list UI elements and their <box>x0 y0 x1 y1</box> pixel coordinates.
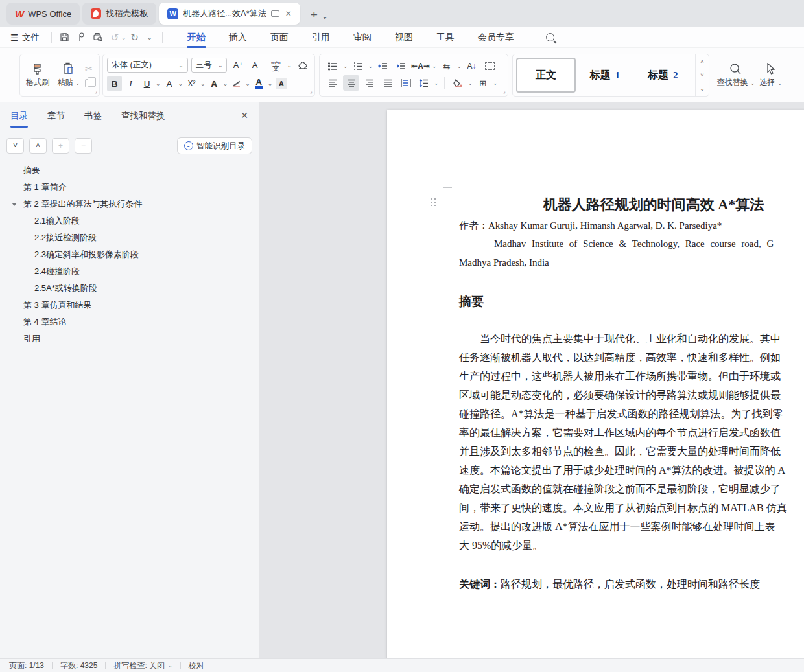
numbered-list-chevron-icon[interactable]: ⌄ <box>368 63 373 69</box>
sidebar-close-icon[interactable]: ✕ <box>241 110 248 121</box>
style-heading-1[interactable]: 标题1 <box>576 58 634 93</box>
clipboard-expand-icon[interactable]: ⌄ <box>91 88 99 96</box>
proofread-button[interactable]: 校对 <box>189 660 204 671</box>
character-border-button[interactable]: A <box>274 76 289 91</box>
sort-button[interactable]: A↓ <box>464 58 480 74</box>
format-painter-button[interactable]: 格式刷 <box>23 56 53 95</box>
font-expand-icon[interactable]: ⌄ <box>307 88 314 96</box>
toc-item-chapter3[interactable]: 第 3 章仿真和结果 <box>0 297 259 314</box>
underline-chevron-icon[interactable]: ⌄ <box>156 80 161 87</box>
style-heading-2[interactable]: 标题2 <box>634 58 692 93</box>
sidebar-tab-bookmarks[interactable]: 书签 <box>84 110 102 122</box>
close-tab-icon[interactable]: ✕ <box>285 9 292 18</box>
tab-membership[interactable]: 会员专享 <box>466 27 526 48</box>
toc-item-references[interactable]: 引用 <box>0 330 259 347</box>
tab-page[interactable]: 页面 <box>259 27 300 48</box>
toc-next-heading-button[interactable]: ˅ <box>6 138 24 154</box>
toc-expand-all-button[interactable]: + <box>52 138 69 154</box>
shading-button[interactable] <box>450 75 466 91</box>
search-commands-button[interactable] <box>546 33 554 41</box>
align-center-button[interactable] <box>343 75 359 91</box>
bullet-list-chevron-icon[interactable]: ⌄ <box>343 63 348 69</box>
paragraph-expand-icon[interactable]: ⌄ <box>500 88 508 96</box>
paragraph-drag-handle[interactable] <box>431 198 437 209</box>
sidebar-tab-chapters[interactable]: 章节 <box>47 110 65 122</box>
toc-item-2-2[interactable]: 2.2接近检测阶段 <box>0 229 259 246</box>
highlight-button[interactable] <box>229 76 244 91</box>
strikethrough-chevron-icon[interactable]: ⌄ <box>178 80 183 87</box>
paragraph-layout-button[interactable] <box>482 58 498 74</box>
toc-item-chapter4[interactable]: 第 4 章结论 <box>0 314 259 330</box>
superscript-button[interactable]: X² <box>184 76 199 91</box>
toc-previous-heading-button[interactable]: ˄ <box>29 138 47 154</box>
increase-font-button[interactable]: A⁺ <box>230 58 246 73</box>
tab-tools[interactable]: 工具 <box>425 27 466 48</box>
line-spacing-chevron-icon[interactable]: ⌄ <box>434 80 439 86</box>
toc-item-2-4[interactable]: 2.4碰撞阶段 <box>0 263 259 280</box>
word-count[interactable]: 字数: 4325 <box>60 660 97 671</box>
borders-chevron-icon[interactable]: ⌄ <box>493 80 498 86</box>
select-button[interactable]: 选择 ⌄ <box>760 56 783 94</box>
italic-button[interactable]: I <box>123 76 138 91</box>
copy-icon[interactable] <box>85 79 92 87</box>
file-menu-button[interactable]: ☰ 文件 <box>0 32 47 43</box>
style-scroll-down-icon[interactable]: ˅ <box>700 72 704 78</box>
toc-item-2-5[interactable]: 2.5A*或转换阶段 <box>0 280 259 297</box>
text-effects-chevron-icon[interactable]: ⌄ <box>223 80 228 87</box>
tab-home[interactable]: 开始 <box>176 27 217 48</box>
pinyin-guide-button[interactable]: wén文 <box>268 58 283 73</box>
quick-access-chevron-icon[interactable]: ⌄ <box>141 30 158 45</box>
shading-chevron-icon[interactable]: ⌄ <box>468 80 473 86</box>
find-replace-button[interactable]: 查找替换 ⌄ <box>717 56 755 94</box>
bullet-list-button[interactable] <box>325 58 341 74</box>
tab-list-chevron-icon[interactable]: ⌄ <box>322 12 328 21</box>
decrease-font-button[interactable]: A⁻ <box>249 58 265 73</box>
increase-indent-button[interactable] <box>393 58 409 74</box>
smart-toc-button[interactable]: 智能识别目录 <box>177 137 252 154</box>
tab-current-document[interactable]: W 机器人路径...效A*算法 ✕ <box>159 3 300 25</box>
text-effects-button[interactable]: A <box>207 76 222 91</box>
pinyin-chevron-icon[interactable]: ⌄ <box>287 62 292 69</box>
collapse-triangle-icon[interactable] <box>12 203 17 206</box>
new-tab-button[interactable]: + <box>311 8 318 22</box>
document-canvas[interactable]: 机器人路径规划的时间高效 A*算法 作者：Akshay Kumar Guruji… <box>259 102 804 658</box>
font-size-select[interactable]: 三号 ⌄ <box>191 58 228 73</box>
character-scale-chevron-icon[interactable]: ⌄ <box>432 63 437 69</box>
page-indicator[interactable]: 页面: 1/13 <box>9 660 44 671</box>
toc-item-chapter2[interactable]: 第 2 章提出的算法与其执行条件 <box>0 196 259 213</box>
tab-docer-templates[interactable]: 找稻壳模板 <box>82 3 156 25</box>
cut-icon[interactable]: ✂ <box>85 64 93 74</box>
export-pdf-button[interactable] <box>73 30 89 45</box>
align-left-button[interactable] <box>325 75 341 91</box>
line-spacing-button[interactable] <box>416 75 432 91</box>
superscript-chevron-icon[interactable]: ⌄ <box>200 80 206 87</box>
character-scale-button[interactable]: ⇤A⇥ <box>411 58 430 74</box>
detach-window-icon[interactable] <box>271 10 279 17</box>
toc-item-2-1[interactable]: 2.1输入阶段 <box>0 213 259 229</box>
save-button[interactable] <box>56 30 73 45</box>
numbered-list-button[interactable] <box>350 58 366 74</box>
cjk-layout-button[interactable]: ⇆ <box>438 58 455 74</box>
font-color-chevron-icon[interactable]: ⌄ <box>268 80 273 87</box>
tab-references[interactable]: 引用 <box>300 27 342 48</box>
decrease-indent-button[interactable] <box>375 58 391 74</box>
clear-format-button[interactable] <box>295 58 311 73</box>
sidebar-tab-find-replace[interactable]: 查找和替换 <box>121 110 165 122</box>
distribute-button[interactable] <box>397 75 414 91</box>
sidebar-tab-contents[interactable]: 目录 <box>10 110 28 122</box>
bold-button[interactable]: B <box>107 76 122 91</box>
tab-review[interactable]: 审阅 <box>342 27 383 48</box>
document-page[interactable]: 机器人路径规划的时间高效 A*算法 作者：Akshay Kumar Guruji… <box>387 110 804 658</box>
toc-item-chapter1[interactable]: 第 1 章简介 <box>0 179 259 196</box>
strikethrough-button[interactable]: A <box>162 76 177 91</box>
undo-chevron-icon[interactable]: ⌄ <box>121 34 126 41</box>
underline-button[interactable]: U <box>139 76 154 91</box>
borders-button[interactable]: ⊞ <box>475 75 491 91</box>
style-body-text[interactable]: 正文 <box>516 58 576 93</box>
toc-collapse-all-button[interactable]: − <box>75 138 92 154</box>
style-gallery-expand-icon[interactable]: ⌄ <box>700 86 705 92</box>
font-color-button[interactable]: A <box>252 76 266 91</box>
paste-button[interactable]: 粘贴 ⌄ <box>53 56 85 95</box>
tab-view[interactable]: 视图 <box>383 27 425 48</box>
spellcheck-status[interactable]: 拼写检查: 关闭 <box>113 660 165 671</box>
